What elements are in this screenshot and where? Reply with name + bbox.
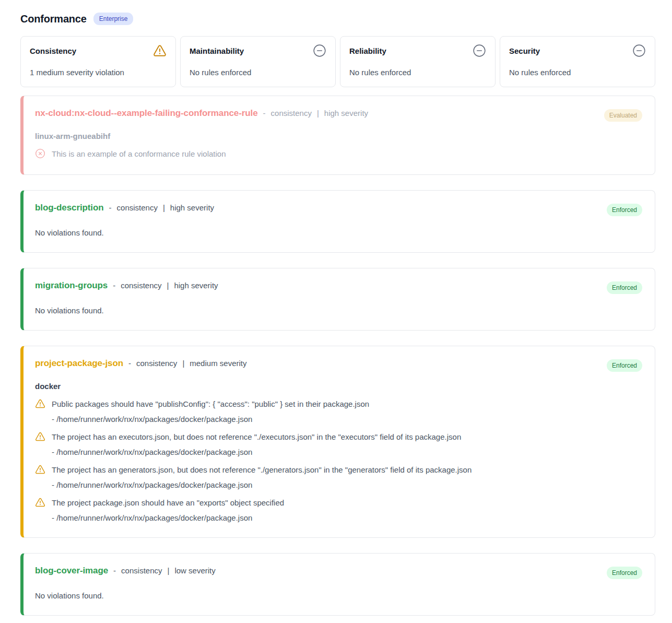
violation-item: Public packages should have "publishConf… xyxy=(35,398,642,424)
violation-file-path: - /home/runner/work/nx/nx/packages/docke… xyxy=(52,448,642,456)
rule-card-blog-description: blog-description-consistency|high severi… xyxy=(20,190,655,253)
summary-card-title: Reliability xyxy=(349,44,386,55)
violation-item: The project has an executors.json, but d… xyxy=(35,431,642,456)
rule-pipe-separator: | xyxy=(182,359,184,368)
rule-dash-separator: - xyxy=(109,203,112,212)
rule-category: consistency xyxy=(121,566,162,575)
rule-pipe-separator: | xyxy=(167,566,169,575)
minus-circle-icon xyxy=(313,44,326,57)
rule-name: blog-description xyxy=(35,203,104,213)
summary-cards-row: Consistency1 medium severity violationMa… xyxy=(20,36,655,87)
minus-circle-icon xyxy=(632,44,646,57)
violation-message: This is an example of a conformance rule… xyxy=(52,148,226,159)
rule-title-row: blog-description-consistency|high severi… xyxy=(35,203,214,213)
rule-pipe-separator: | xyxy=(163,203,165,212)
rule-pipe-separator: | xyxy=(167,281,169,290)
summary-card-title: Security xyxy=(509,44,540,55)
status-badge: Evaluated xyxy=(604,109,642,122)
rule-card-header: blog-description-consistency|high severi… xyxy=(35,203,642,216)
rule-category: consistency xyxy=(121,281,161,290)
no-violations-message: No violations found. xyxy=(35,306,642,315)
status-badge: Enforced xyxy=(607,567,642,579)
rules-list: nx-cloud:nx-cloud--example-failing-confo… xyxy=(20,96,655,616)
violation-message-row: The project package.json should have an … xyxy=(35,497,642,508)
rule-dash-separator: - xyxy=(113,281,115,290)
violation-item: The project package.json should have an … xyxy=(35,497,642,522)
warning-triangle-icon xyxy=(153,44,167,57)
rule-pipe-separator: | xyxy=(317,109,319,117)
status-badge: Enforced xyxy=(607,204,642,216)
violation-message: The project has an generators.json, but … xyxy=(52,464,471,475)
summary-card-title: Consistency xyxy=(30,44,76,55)
rule-category: consistency xyxy=(136,359,177,368)
rule-title-row: nx-cloud:nx-cloud--example-failing-confo… xyxy=(35,108,368,119)
violation-message-row: The project has an generators.json, but … xyxy=(35,464,642,475)
violation-message-row: This is an example of a conformance rule… xyxy=(35,148,642,159)
rule-dash-separator: - xyxy=(113,566,116,575)
summary-card-header: Security xyxy=(509,44,646,57)
warning-triangle-icon xyxy=(35,497,45,508)
rule-card-header: project-package-json-consistency|medium … xyxy=(35,358,642,372)
page-title: Conformance xyxy=(20,13,87,25)
summary-card-reliability: ReliabilityNo rules enforced xyxy=(340,36,496,87)
rule-dash-separator: - xyxy=(128,359,131,368)
warning-triangle-icon xyxy=(35,431,45,442)
summary-card-status: No rules enforced xyxy=(349,68,486,77)
summary-card-header: Consistency xyxy=(30,44,167,57)
violation-message: Public packages should have "publishConf… xyxy=(52,398,369,409)
rule-card-header: migration-groups-consistency|high severi… xyxy=(35,280,642,294)
no-violations-message: No violations found. xyxy=(35,228,642,237)
summary-card-status: No rules enforced xyxy=(190,68,326,77)
rule-name: project-package-json xyxy=(35,358,123,369)
violation-message-row: Public packages should have "publishConf… xyxy=(35,398,642,409)
rule-name: migration-groups xyxy=(35,280,108,291)
violation-item: This is an example of a conformance rule… xyxy=(35,148,642,159)
summary-card-security: SecurityNo rules enforced xyxy=(500,36,655,87)
enterprise-badge: Enterprise xyxy=(93,13,134,25)
rule-severity: high severity xyxy=(174,281,218,290)
violation-item: The project has an generators.json, but … xyxy=(35,464,642,489)
violation-message: The project has an executors.json, but d… xyxy=(52,431,461,442)
summary-card-consistency: Consistency1 medium severity violation xyxy=(20,36,176,87)
conformance-page: Conformance Enterprise Consistency1 medi… xyxy=(0,0,672,623)
violation-file-path: - /home/runner/work/nx/nx/packages/docke… xyxy=(52,513,642,522)
summary-card-title: Maintainability xyxy=(190,44,244,55)
summary-card-status: No rules enforced xyxy=(509,68,646,77)
violation-file-path: - /home/runner/work/nx/nx/packages/docke… xyxy=(52,415,642,424)
rule-category: consistency xyxy=(271,109,312,117)
project-name: linux-arm-gnueabihf xyxy=(35,132,642,140)
no-violations-message: No violations found. xyxy=(35,591,642,600)
summary-card-status: 1 medium severity violation xyxy=(30,68,167,77)
rule-title-row: project-package-json-consistency|medium … xyxy=(35,358,246,369)
violation-message: The project package.json should have an … xyxy=(52,497,284,508)
rule-card-migration-groups: migration-groups-consistency|high severi… xyxy=(20,268,655,331)
rule-name: nx-cloud:nx-cloud--example-failing-confo… xyxy=(35,108,258,119)
rule-dash-separator: - xyxy=(263,109,266,117)
rule-card-project-package-json: project-package-json-consistency|medium … xyxy=(20,346,655,538)
project-name: docker xyxy=(35,382,642,391)
warning-triangle-icon xyxy=(35,464,45,475)
rule-category: consistency xyxy=(117,203,158,212)
rule-name: blog-cover-image xyxy=(35,566,108,576)
rule-title-row: blog-cover-image-consistency|low severit… xyxy=(35,566,216,576)
x-circle-icon xyxy=(35,148,45,159)
warning-triangle-icon xyxy=(35,398,45,409)
summary-card-header: Reliability xyxy=(349,44,486,57)
violation-file-path: - /home/runner/work/nx/nx/packages/docke… xyxy=(52,480,642,489)
rule-severity: high severity xyxy=(170,203,214,212)
rule-card-blog-cover-image: blog-cover-image-consistency|low severit… xyxy=(20,553,655,616)
summary-card-header: Maintainability xyxy=(190,44,326,57)
rule-severity: medium severity xyxy=(190,359,246,368)
rule-card-nx-cloud-nx-cloud--example-failing-conformance-rule: nx-cloud:nx-cloud--example-failing-confo… xyxy=(20,96,655,175)
page-header: Conformance Enterprise xyxy=(20,13,655,25)
rule-severity: low severity xyxy=(174,566,215,575)
minus-circle-icon xyxy=(473,44,486,57)
rule-card-header: nx-cloud:nx-cloud--example-failing-confo… xyxy=(35,108,642,122)
status-badge: Enforced xyxy=(607,281,642,294)
status-badge: Enforced xyxy=(607,359,642,372)
rule-card-header: blog-cover-image-consistency|low severit… xyxy=(35,566,642,579)
rule-title-row: migration-groups-consistency|high severi… xyxy=(35,280,218,291)
rule-severity: high severity xyxy=(324,109,368,117)
summary-card-maintainability: MaintainabilityNo rules enforced xyxy=(180,36,336,87)
violation-message-row: The project has an executors.json, but d… xyxy=(35,431,642,442)
